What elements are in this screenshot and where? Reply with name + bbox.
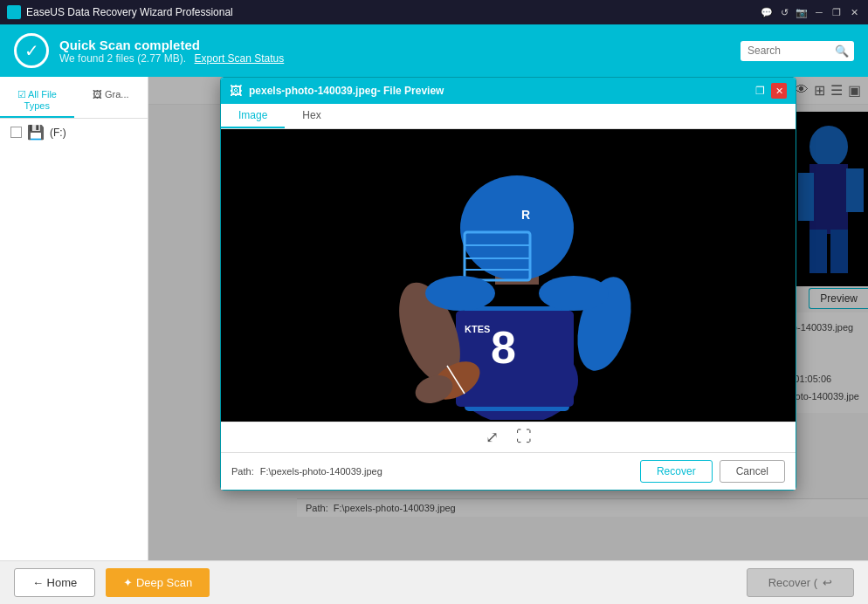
- app-icon: [7, 5, 21, 19]
- svg-point-25: [539, 276, 609, 311]
- status-text: Quick Scan completed We found 2 files (2…: [59, 38, 284, 65]
- tab-all-file-types[interactable]: ☑ All File Types: [0, 84, 74, 118]
- svg-point-24: [425, 276, 495, 311]
- recover-button[interactable]: Recover: [640, 460, 713, 483]
- status-subtitle: We found 2 files (2.77 MB).: [59, 52, 186, 65]
- content-area: 👁 ⊞ ☰ ▣: [148, 77, 868, 560]
- recover-main-icon: ↩: [823, 576, 832, 589]
- chat-icon[interactable]: 💬: [760, 5, 774, 19]
- drive-checkbox[interactable]: [10, 127, 22, 138]
- svg-text:KTES: KTES: [465, 324, 490, 334]
- path-info: Path: F:\pexels-photo-140039.jpeg: [231, 466, 382, 477]
- dialog-restore-icon[interactable]: ❐: [752, 83, 768, 99]
- minimize-icon[interactable]: ─: [812, 5, 826, 19]
- sidebar-tabs: ☑ All File Types 🖼 Gra...: [0, 84, 148, 119]
- close-icon[interactable]: ✕: [847, 5, 861, 19]
- football-player-image: R 8 KTES: [294, 132, 722, 420]
- actual-size-icon[interactable]: ⛶: [516, 428, 532, 447]
- title-bar: EaseUS Data Recovery Wizard Professional…: [0, 0, 868, 24]
- drive-f[interactable]: 💾 (F:): [0, 119, 148, 146]
- sidebar: ☑ All File Types 🖼 Gra... 💾 (F:): [0, 77, 148, 560]
- tab-hex[interactable]: Hex: [285, 104, 338, 128]
- main-layout: ☑ All File Types 🖼 Gra... 💾 (F:) 👁 ⊞ ☰ ▣: [0, 77, 868, 560]
- dialog-titlebar: 🖼 pexels-photo-140039.jpeg- File Preview…: [221, 78, 796, 104]
- recover-main-label: Recover (: [768, 576, 817, 589]
- tab-hex-label: Hex: [302, 109, 320, 121]
- tab-graphics[interactable]: 🖼 Gra...: [74, 84, 148, 118]
- tab-label: ☑ All File Types: [17, 89, 57, 111]
- fit-to-screen-icon[interactable]: ⤢: [486, 428, 499, 447]
- bottom-bar: ← Home ✦ Deep Scan Recover ( ↩: [0, 560, 868, 604]
- status-bar: ✓ Quick Scan completed We found 2 files …: [0, 24, 868, 77]
- svg-point-16: [460, 175, 574, 280]
- search-icon: 🔍: [835, 45, 849, 58]
- tab-image-label: Image: [238, 109, 267, 121]
- modal-overlay: 🖼 pexels-photo-140039.jpeg- File Preview…: [148, 77, 868, 560]
- refresh-icon[interactable]: ↺: [777, 5, 791, 19]
- dialog-tabs: Image Hex: [221, 104, 796, 129]
- dialog-footer: Path: F:\pexels-photo-140039.jpeg Recove…: [221, 452, 796, 490]
- drive-icon: 💾: [27, 124, 45, 141]
- svg-text:R: R: [521, 208, 530, 222]
- drive-label: (F:): [50, 127, 66, 139]
- dialog-image-toolbar: ⤢ ⛶: [221, 422, 796, 452]
- tab-image[interactable]: Image: [221, 104, 285, 128]
- restore-icon[interactable]: ❐: [830, 5, 844, 19]
- search-input[interactable]: [747, 45, 835, 57]
- export-link[interactable]: Export Scan Status: [195, 52, 285, 65]
- tab-label: 🖼 Gra...: [93, 89, 129, 100]
- path-value: F:\pexels-photo-140039.jpeg: [260, 466, 382, 477]
- screenshot-icon[interactable]: 📷: [795, 5, 809, 19]
- recover-main-button[interactable]: Recover ( ↩: [747, 568, 854, 597]
- status-title: Quick Scan completed: [59, 38, 284, 52]
- dialog-file-icon: 🖼: [230, 84, 242, 98]
- dialog-close-button[interactable]: ✕: [771, 83, 787, 99]
- search-box[interactable]: 🔍: [741, 41, 854, 61]
- path-label: Path:: [231, 466, 254, 477]
- status-icon: ✓: [14, 33, 49, 68]
- dialog-image-area: R 8 KTES: [221, 129, 796, 422]
- home-button[interactable]: ← Home: [14, 568, 95, 597]
- svg-text:8: 8: [491, 322, 516, 373]
- dialog-footer-buttons: Recover Cancel: [640, 460, 785, 483]
- deep-scan-button[interactable]: ✦ Deep Scan: [106, 568, 210, 597]
- preview-dialog: 🖼 pexels-photo-140039.jpeg- File Preview…: [220, 77, 796, 491]
- cancel-button[interactable]: Cancel: [720, 460, 785, 483]
- app-title: EaseUS Data Recovery Wizard Professional: [26, 6, 233, 18]
- dialog-title: pexels-photo-140039.jpeg- File Preview: [249, 85, 444, 97]
